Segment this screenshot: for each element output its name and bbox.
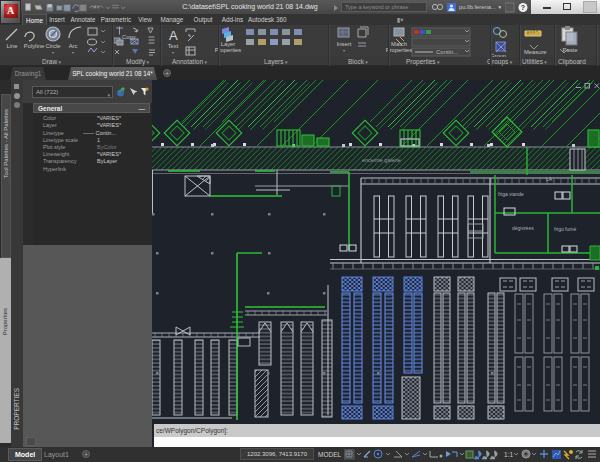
svg-text:Contin...: Contin... — [436, 49, 459, 55]
svg-text:?: ? — [521, 4, 525, 11]
svg-text:1:1: 1:1 — [504, 451, 513, 458]
svg-text:friga viande: friga viande — [498, 191, 524, 197]
svg-text:dégivrées: dégivrées — [512, 225, 534, 231]
svg-text:A: A — [169, 28, 178, 43]
svg-text:LA: LA — [546, 176, 553, 182]
svg-text:frigo fumé: frigo fumé — [554, 226, 576, 232]
svg-text:enceinte galerie: enceinte galerie — [362, 157, 401, 163]
